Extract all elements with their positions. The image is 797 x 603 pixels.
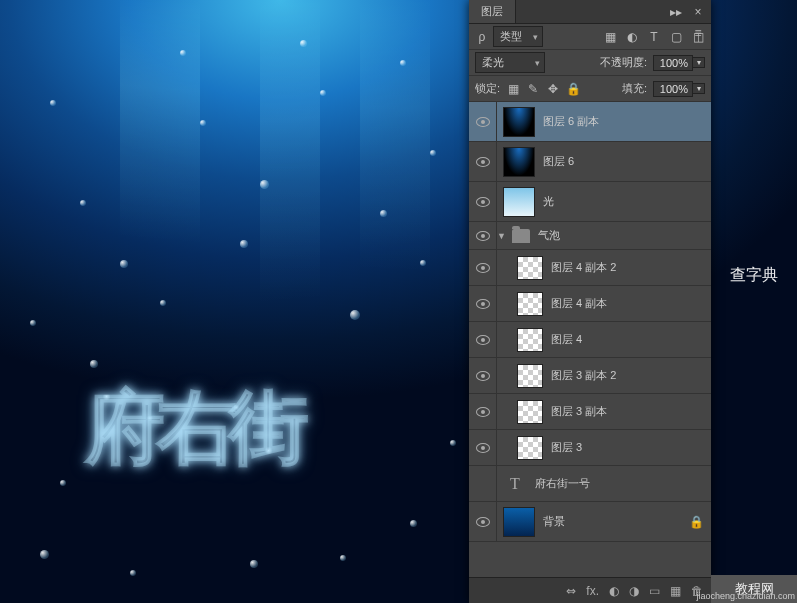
layer-thumbnail[interactable] — [503, 107, 535, 137]
layer-name[interactable]: 府右街一号 — [533, 476, 711, 491]
lock-position-icon[interactable]: ✥ — [546, 82, 560, 96]
layer-row[interactable]: 图层 4 副本 — [469, 286, 711, 322]
layer-row[interactable]: 图层 6 副本 — [469, 102, 711, 142]
fill-stepper[interactable]: ▾ — [693, 83, 705, 94]
filter-adjust-icon[interactable]: ◐ — [625, 30, 639, 44]
visibility-icon[interactable] — [476, 335, 490, 345]
filter-row: ρ 类型 ▦ ◐ T ▢ ◫ — [469, 24, 711, 50]
layer-thumbnail[interactable] — [517, 364, 543, 388]
layer-row[interactable]: 图层 4 副本 2 — [469, 250, 711, 286]
bubble-text-art: 府右街 — [85, 375, 415, 515]
filter-shape-icon[interactable]: ▢ — [669, 30, 683, 44]
filter-pixel-icon[interactable]: ▦ — [603, 30, 617, 44]
layer-name[interactable]: 图层 3 副本 — [549, 404, 711, 419]
opacity-input[interactable]: 100% — [653, 55, 693, 71]
new-group-icon[interactable]: ▭ — [649, 584, 660, 598]
watermark-side: 查字典 — [711, 260, 797, 290]
blend-mode-dropdown[interactable]: 柔光 — [475, 52, 545, 73]
layer-thumbnail[interactable] — [503, 147, 535, 177]
visibility-icon[interactable] — [476, 443, 490, 453]
visibility-icon[interactable] — [476, 197, 490, 207]
visibility-icon[interactable] — [476, 117, 490, 127]
filter-search-icon[interactable]: ρ — [475, 30, 489, 44]
type-layer-icon: T — [503, 473, 527, 495]
layer-name[interactable]: 气泡 — [536, 228, 711, 243]
panel-header: 图层 ▸▸ × — [469, 0, 711, 24]
blend-row: 柔光 不透明度: 100% ▾ — [469, 50, 711, 76]
layer-name[interactable]: 图层 6 副本 — [541, 114, 711, 129]
layer-thumbnail[interactable] — [517, 436, 543, 460]
folder-icon — [512, 229, 530, 243]
layer-row[interactable]: 图层 6 — [469, 142, 711, 182]
adjustment-layer-icon[interactable]: ◑ — [629, 584, 639, 598]
link-layers-icon[interactable]: ⇔ — [566, 584, 576, 598]
layer-name[interactable]: 图层 3 副本 2 — [549, 368, 711, 383]
layer-row[interactable]: 背景 🔒 — [469, 502, 711, 542]
filter-type-icon[interactable]: T — [647, 30, 661, 44]
fill-input[interactable]: 100% — [653, 81, 693, 97]
lock-image-icon[interactable]: ✎ — [526, 82, 540, 96]
visibility-icon[interactable] — [476, 517, 490, 527]
new-layer-icon[interactable]: ▦ — [670, 584, 681, 598]
layer-name[interactable]: 背景 — [541, 514, 689, 529]
visibility-icon[interactable] — [476, 371, 490, 381]
visibility-icon[interactable] — [476, 407, 490, 417]
lock-label: 锁定: — [475, 81, 500, 96]
visibility-icon[interactable] — [476, 157, 490, 167]
layer-name[interactable]: 图层 4 副本 2 — [549, 260, 711, 275]
layer-fx-icon[interactable]: fx. — [586, 584, 599, 598]
layer-name[interactable]: 图层 3 — [549, 440, 711, 455]
add-mask-icon[interactable]: ◐ — [609, 584, 619, 598]
opacity-label: 不透明度: — [600, 55, 647, 70]
fill-label: 填充: — [622, 81, 647, 96]
filter-kind-dropdown[interactable]: 类型 — [493, 26, 543, 47]
layer-row[interactable]: 光 — [469, 182, 711, 222]
layer-row[interactable]: 图层 3 副本 2 — [469, 358, 711, 394]
lock-all-icon[interactable]: 🔒 — [566, 82, 580, 96]
layer-row[interactable]: 图层 4 — [469, 322, 711, 358]
layer-thumbnail[interactable] — [517, 400, 543, 424]
panel-menu-icon[interactable]: ≡ — [691, 26, 705, 40]
layer-thumbnail[interactable] — [517, 292, 543, 316]
layer-row[interactable]: 图层 3 副本 — [469, 394, 711, 430]
collapse-icon[interactable]: ▸▸ — [669, 5, 683, 19]
layer-thumbnail[interactable] — [517, 328, 543, 352]
layer-thumbnail[interactable] — [503, 187, 535, 217]
lock-row: 锁定: ▦ ✎ ✥ 🔒 填充: 100% ▾ — [469, 76, 711, 102]
layer-row[interactable]: T 府右街一号 — [469, 466, 711, 502]
visibility-icon[interactable] — [476, 263, 490, 273]
panel-tab-layers[interactable]: 图层 — [469, 0, 516, 23]
lock-transparency-icon[interactable]: ▦ — [506, 82, 520, 96]
layer-name[interactable]: 图层 4 — [549, 332, 711, 347]
layer-row[interactable]: 图层 3 — [469, 430, 711, 466]
layer-thumbnail[interactable] — [517, 256, 543, 280]
visibility-icon[interactable] — [476, 231, 490, 241]
layer-name[interactable]: 光 — [541, 194, 711, 209]
visibility-icon[interactable] — [476, 479, 490, 489]
layers-panel: 图层 ▸▸ × ≡ ρ 类型 ▦ ◐ T ▢ ◫ 柔光 不透明度: 100% ▾… — [469, 0, 711, 603]
watermark-url: jiaocheng.chazidian.com — [696, 591, 795, 601]
layer-group-row[interactable]: ▼ 气泡 — [469, 222, 711, 250]
lock-icon: 🔒 — [689, 515, 703, 529]
layer-name[interactable]: 图层 6 — [541, 154, 711, 169]
layers-list: 图层 6 副本 图层 6 光 ▼ 气泡 图层 4 副本 2 — [469, 102, 711, 542]
opacity-stepper[interactable]: ▾ — [693, 57, 705, 68]
close-icon[interactable]: × — [691, 5, 705, 19]
layer-name[interactable]: 图层 4 副本 — [549, 296, 711, 311]
group-disclosure-icon[interactable]: ▼ — [497, 231, 506, 241]
panel-footer: ⇔ fx. ◐ ◑ ▭ ▦ 🗑 — [469, 577, 711, 603]
visibility-icon[interactable] — [476, 299, 490, 309]
layer-thumbnail[interactable] — [503, 507, 535, 537]
